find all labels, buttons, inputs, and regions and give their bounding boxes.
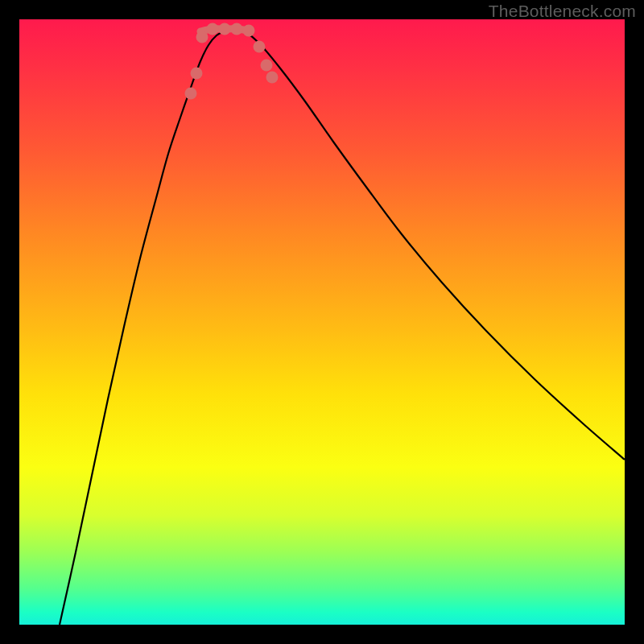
chart-plot-area <box>19 19 625 625</box>
data-point-p1 <box>185 88 197 100</box>
data-point-p9 <box>261 60 273 72</box>
curve-group <box>60 29 625 625</box>
data-point-p10 <box>266 72 279 84</box>
left-curve <box>60 29 233 625</box>
data-point-p8 <box>254 41 266 53</box>
chart-svg <box>19 19 625 625</box>
data-point-p5 <box>219 23 231 35</box>
data-point-p4 <box>207 23 219 35</box>
watermark-text: TheBottleneck.com <box>489 2 636 21</box>
data-point-p3 <box>196 31 208 43</box>
data-point-p7 <box>243 25 255 37</box>
data-points <box>185 23 279 100</box>
data-point-p2 <box>191 68 203 80</box>
right-curve <box>233 29 625 460</box>
data-point-p6 <box>231 23 243 35</box>
